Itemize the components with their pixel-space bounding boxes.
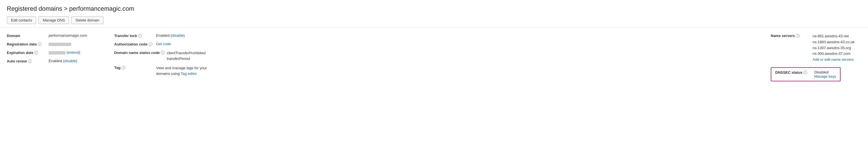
auth-code-label: Authorization code i xyxy=(114,42,154,46)
name-servers-value: ns-861.awsdns-43.net ns-1883.awsdns-43.c… xyxy=(813,33,861,63)
transfer-lock-label: Transfer lock i xyxy=(114,33,154,38)
auto-renew-disable-link[interactable]: disable xyxy=(64,59,76,63)
name-servers-row: Name servers i ns-861.awsdns-43.net ns-1… xyxy=(771,33,861,63)
ns2: ns-1883.awsdns-43.co.uk xyxy=(813,39,861,45)
breadcrumb-registered: Registered domains > xyxy=(7,5,69,12)
tag-text-line2: domains using Tag editor xyxy=(156,71,760,76)
mid-column: Transfer lock i Enabled (disable) Author… xyxy=(97,33,760,85)
status-code-line2: transferPeriod xyxy=(167,56,760,62)
dnssec-label: DNSSEC status i xyxy=(775,70,812,75)
domain-status-label: Domain name status code i xyxy=(114,50,164,55)
breadcrumb-domain: performancemagic.com xyxy=(69,5,134,12)
dnssec-status-text: Disabled xyxy=(814,70,836,74)
extend-link[interactable]: extend xyxy=(68,50,79,55)
expiration-date-info-icon[interactable]: i xyxy=(34,51,38,55)
domain-label: Domain xyxy=(7,33,46,38)
transfer-lock-row: Transfer lock i Enabled (disable) xyxy=(114,33,760,38)
registration-date-label: Registration date i xyxy=(7,42,46,46)
registration-date-row: Registration date i xyxy=(7,42,97,46)
domain-status-info-icon[interactable]: i xyxy=(161,51,164,55)
tag-row: Tag i View and manage tags for your doma… xyxy=(114,65,760,76)
registration-date-redacted xyxy=(49,43,71,46)
transfer-lock-disable-link[interactable]: disable xyxy=(172,33,184,38)
ns3: ns-1307.awsdns-35.org xyxy=(813,45,861,51)
name-servers-label: Name servers i xyxy=(771,33,810,38)
auto-renew-info-icon[interactable]: i xyxy=(28,59,32,63)
auto-renew-value: Enabled (disable) xyxy=(49,59,97,63)
dnssec-box: DNSSEC status i Disabled Manage keys xyxy=(771,67,841,81)
expiration-date-row: Expiration date i (extend) xyxy=(7,50,97,55)
tag-text-line1: View and manage tags for your xyxy=(156,65,760,71)
tag-label: Tag i xyxy=(114,65,154,70)
expiration-date-value: (extend) xyxy=(49,50,97,55)
right-column: Name servers i ns-861.awsdns-43.net ns-1… xyxy=(760,33,861,85)
content-area: Domain performancemagic.com Registration… xyxy=(0,28,868,91)
tag-info-icon[interactable]: i xyxy=(122,66,125,69)
tag-editor-link[interactable]: Tag editor xyxy=(181,71,197,76)
get-code-link[interactable]: Get code xyxy=(156,42,171,46)
dnssec-value: Disabled Manage keys xyxy=(814,70,836,78)
auto-renew-label: Auto renew i xyxy=(7,59,46,63)
status-code-line1: clientTransferProhibited xyxy=(167,50,760,56)
dnssec-info-icon[interactable]: i xyxy=(804,71,807,74)
name-servers-info-icon[interactable]: i xyxy=(796,34,800,38)
domain-value: performancemagic.com xyxy=(49,33,97,38)
add-edit-ns-link[interactable]: Add or edit name servers xyxy=(813,57,854,62)
expiration-date-label: Expiration date i xyxy=(7,50,46,55)
toolbar: Edit contacts Manage DNS Delete domain xyxy=(7,16,861,24)
registration-date-value xyxy=(49,42,97,46)
manage-dns-button[interactable]: Manage DNS xyxy=(38,16,69,24)
domain-status-row: Domain name status code i clientTransfer… xyxy=(114,50,760,61)
ns1: ns-861.awsdns-43.net xyxy=(813,33,861,39)
auth-code-info-icon[interactable]: i xyxy=(149,42,152,46)
expiration-date-redacted xyxy=(49,51,66,55)
page-title: Registered domains > performancemagic.co… xyxy=(7,5,861,12)
left-column: Domain performancemagic.com Registration… xyxy=(7,33,97,85)
edit-contacts-button[interactable]: Edit contacts xyxy=(7,16,36,24)
auth-code-value: Get code xyxy=(156,42,760,46)
auth-code-row: Authorization code i Get code xyxy=(114,42,760,46)
main-columns: Domain performancemagic.com Registration… xyxy=(7,33,861,85)
registration-date-info-icon[interactable]: i xyxy=(38,42,41,46)
ns4: ns-300.awsdns-37.com xyxy=(813,51,861,57)
domain-row: Domain performancemagic.com xyxy=(7,33,97,38)
dnssec-row: DNSSEC status i Disabled Manage keys xyxy=(771,67,861,81)
tag-value: View and manage tags for your domains us… xyxy=(156,65,760,76)
transfer-lock-value: Enabled (disable) xyxy=(156,33,760,38)
delete-domain-button[interactable]: Delete domain xyxy=(71,16,103,24)
page-header: Registered domains > performancemagic.co… xyxy=(0,0,868,28)
domain-status-value: clientTransferProhibited transferPeriod xyxy=(167,50,760,61)
manage-keys-link[interactable]: Manage keys xyxy=(814,74,836,78)
transfer-lock-info-icon[interactable]: i xyxy=(138,34,142,38)
auto-renew-row: Auto renew i Enabled (disable) xyxy=(7,59,97,63)
